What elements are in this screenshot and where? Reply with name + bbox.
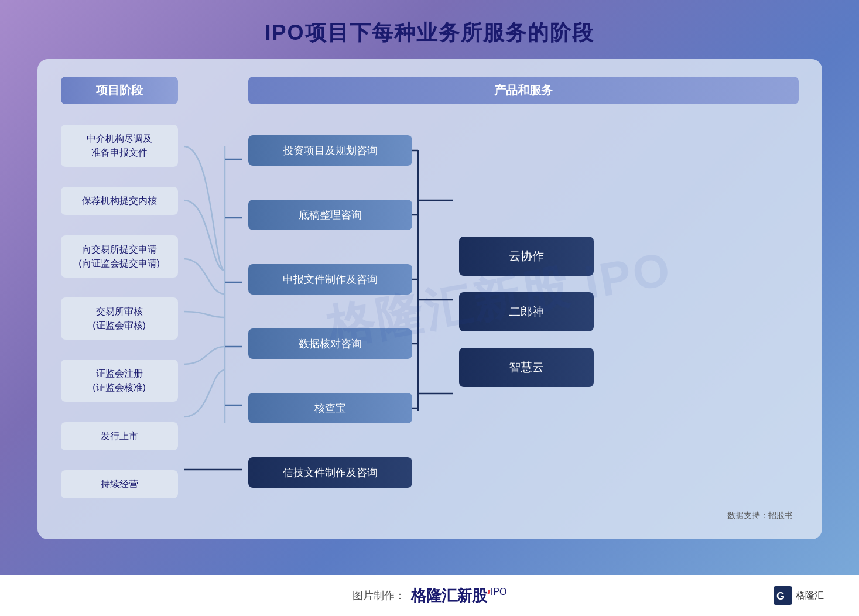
header-stage-label: 项目阶段 xyxy=(61,77,178,104)
stage-box-6: 发行上市 xyxy=(61,422,178,450)
product-box-1: 投资项目及规划咨询 xyxy=(248,135,412,166)
footer: 图片制作： 格隆汇新股′IPO G 格隆汇 xyxy=(0,575,859,616)
right-column: 云协作 二郎神 智慧云 xyxy=(459,118,594,505)
footer-ipo-tag: IPO xyxy=(491,587,507,597)
right-box-1: 云协作 xyxy=(459,237,594,276)
products-column: 投资项目及规划咨询 底稿整理咨询 申报文件制作及咨询 数据核对咨询 核查宝 信技… xyxy=(248,118,412,505)
footer-logo-text: 格隆汇 xyxy=(796,590,824,602)
g-logo-icon: G xyxy=(774,586,792,605)
svg-text:G: G xyxy=(776,590,785,602)
footer-logo-right: G 格隆汇 xyxy=(774,586,824,605)
product-box-4: 数据核对咨询 xyxy=(248,328,412,359)
stage-box-3: 向交易所提交申请(向证监会提交申请) xyxy=(61,235,178,278)
stage-box-1: 中介机构尽调及准备申报文件 xyxy=(61,125,178,167)
main-title: IPO项目下每种业务所服务的阶段 xyxy=(265,19,594,47)
header-products-label: 产品和服务 xyxy=(248,77,799,104)
footer-prefix: 图片制作： xyxy=(353,588,405,603)
diagram-wrapper: 中介机构尽调及准备申报文件 保荐机构提交内核 向交易所提交申请(向证监会提交申请… xyxy=(61,118,799,505)
stage-box-4: 交易所审核(证监会审核) xyxy=(61,297,178,340)
left-connector xyxy=(178,118,248,505)
footer-brand: 格隆汇新股′IPO xyxy=(411,586,507,606)
product-box-5: 核查宝 xyxy=(248,393,412,423)
product-box-6: 信技文件制作及咨询 xyxy=(248,457,412,488)
stage-box-5: 证监会注册(证监会核准) xyxy=(61,360,178,402)
stage-box-7: 持续经营 xyxy=(61,470,178,498)
stage-box-2: 保荐机构提交内核 xyxy=(61,187,178,215)
right-box-2: 二郎神 xyxy=(459,292,594,331)
product-box-2: 底稿整理咨询 xyxy=(248,200,412,230)
product-box-3: 申报文件制作及咨询 xyxy=(248,264,412,295)
right-box-3: 智慧云 xyxy=(459,348,594,387)
data-source: 数据支持：招股书 xyxy=(61,511,799,521)
header-row: 项目阶段 产品和服务 xyxy=(61,77,799,104)
right-connector xyxy=(412,118,459,505)
stage-column: 中介机构尽调及准备申报文件 保荐机构提交内核 向交易所提交申请(向证监会提交申请… xyxy=(61,118,178,505)
content-card: 格隆汇新股 IPO 项目阶段 产品和服务 中介机构尽调及准备申报文件 保荐机构提… xyxy=(37,59,822,539)
